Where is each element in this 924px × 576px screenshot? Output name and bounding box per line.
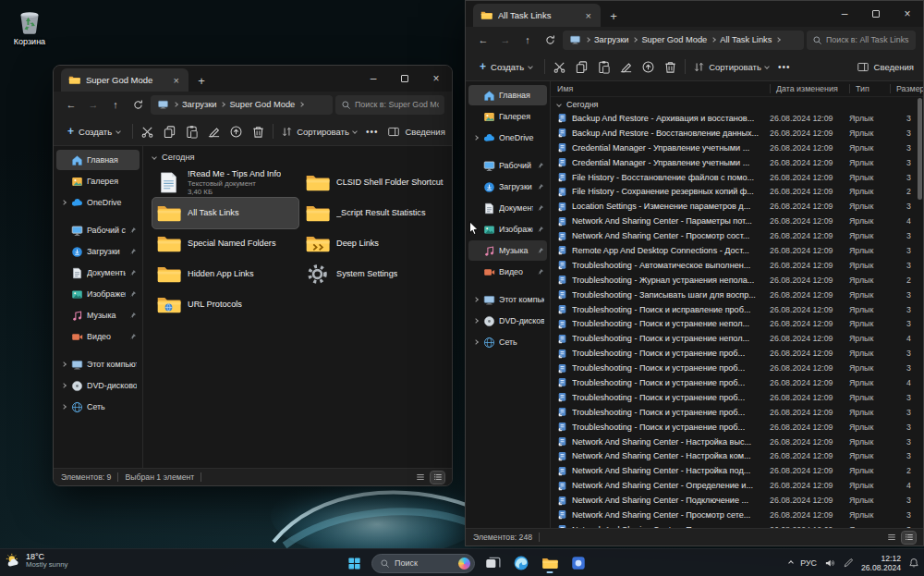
file-tile-7[interactable]: System Settings [301,259,447,289]
cut-button[interactable] [553,60,566,74]
sidebar-item-documents[interactable]: Документы [56,263,140,283]
rw-titlebar[interactable]: All Task Links × + –× [466,1,923,27]
cut-button[interactable] [140,125,154,139]
file-row[interactable]: Remote App And Desktop Connections - Дос… [551,243,923,258]
sidebar-item-pictures[interactable]: Изображения [468,219,547,239]
file-row[interactable]: Network And Sharing Center - Настройка в… [551,435,923,449]
lw-titlebar[interactable]: Super God Mode × + –× [54,66,452,92]
lw-breadcrumb[interactable]: ЗагрузкиSuper God Mode [151,95,333,115]
notifications-icon[interactable] [908,558,919,569]
rw-group-header[interactable]: Сегодня [551,97,923,111]
start-button[interactable] [343,552,365,574]
column-header-4[interactable]: Размер [890,84,923,93]
sidebar-item-network[interactable]: Сеть [468,332,547,352]
file-row[interactable]: Troubleshooting - Поиск и устранение неп… [551,316,923,331]
file-tile-8[interactable]: URL Protocols [152,289,298,320]
scrollbar-thumb[interactable] [918,98,922,200]
new-button[interactable]: + Создать [63,122,125,141]
file-row[interactable]: Backup And Restore - Архивация и восстан… [551,111,923,126]
sidebar-item-dvd[interactable]: DVD-дисковод (D:) [56,375,140,396]
file-row[interactable]: Troubleshooting - Поиск и устранение про… [551,390,923,405]
delete-button[interactable] [663,60,677,74]
new-button[interactable]: + Создать [475,57,537,76]
file-row[interactable]: Backup And Restore - Восстановление данн… [551,126,923,141]
more-options-button[interactable]: ••• [364,127,381,137]
file-row[interactable]: Troubleshooting - Автоматическое выполне… [551,258,923,273]
app-taskbar-button[interactable] [567,552,590,574]
column-header-2[interactable]: Дата изменения [770,84,849,93]
edge-taskbar-button[interactable] [510,552,532,574]
expand-chevron-icon[interactable] [473,339,479,345]
sidebar-item-pictures[interactable]: Изображения [56,284,140,304]
expand-chevron-icon[interactable] [473,135,479,141]
scrollbar[interactable] [918,98,922,526]
delete-button[interactable] [251,125,265,139]
pen-icon[interactable] [843,558,854,569]
more-options-button[interactable]: ••• [776,62,793,72]
forward-button[interactable]: → [495,30,516,50]
copy-button[interactable] [163,125,176,139]
sort-button[interactable]: Сортировать [693,61,769,73]
close-button[interactable]: × [420,66,452,92]
sidebar-item-downloads[interactable]: Загрузки [56,241,140,262]
breadcrumb-segment[interactable]: Загрузки [594,35,628,44]
back-button[interactable]: ← [473,30,493,50]
sidebar-item-downloads[interactable]: Загрузки [468,177,547,197]
file-tile-2[interactable]: All Task Links [152,198,298,228]
breadcrumb-segment[interactable]: Super God Mode [641,35,707,44]
expand-chevron-icon[interactable] [473,297,479,302]
sidebar-item-home[interactable]: Главная [56,150,140,170]
sidebar-item-onedrive[interactable]: OneDrive [468,128,547,148]
sidebar-item-onedrive[interactable]: OneDrive [56,192,140,213]
new-tab-button[interactable]: + [604,6,623,25]
file-row[interactable]: Network And Sharing Center - Настройка п… [551,463,923,478]
breadcrumb-segment[interactable]: Загрузки [182,100,216,109]
details-pane-button[interactable]: Сведения [387,126,444,138]
sidebar-item-videos[interactable]: Видео [56,326,140,347]
sort-button[interactable]: Сортировать [281,126,357,138]
sidebar-item-desktop[interactable]: Рабочий стол [468,155,547,176]
new-tab-button[interactable]: + [192,71,211,90]
expand-chevron-icon[interactable] [61,362,67,367]
file-row[interactable]: File History - Сохранение резервных копи… [551,184,923,199]
sidebar-item-videos[interactable]: Видео [468,262,547,282]
recycle-bin-shortcut[interactable]: Корзина [7,9,52,46]
column-header-1[interactable]: Имя [557,84,770,93]
rw-tab[interactable]: All Task Links × [473,4,601,27]
details-pane-button[interactable]: Сведения [857,61,914,73]
breadcrumb-segment[interactable]: Super God Mode [229,100,295,109]
file-row[interactable]: Troubleshooting - Поиск и устранение про… [551,361,923,375]
sidebar-item-gallery[interactable]: Галерея [56,171,140,191]
details-view-toggle[interactable] [431,472,444,484]
expand-chevron-icon[interactable] [61,200,67,205]
sidebar-item-network[interactable]: Сеть [56,397,140,417]
sidebar-item-home[interactable]: Главная [468,85,547,105]
file-row[interactable]: Troubleshooting - Поиск и устранение про… [551,346,923,361]
minimize-button[interactable]: – [358,66,389,92]
file-tile-4[interactable]: Special Named Folders [152,228,298,259]
list-view-toggle[interactable] [413,472,427,484]
file-row[interactable]: Network And Sharing Center - Определение… [551,478,923,493]
file-tile-5[interactable]: Deep Links [301,228,447,259]
close-button[interactable]: × [892,1,923,27]
file-row[interactable]: Credential Manager - Управление учетными… [551,141,923,155]
file-row[interactable]: Network And Sharing Center - Параметры п… [551,214,923,228]
file-tile-3[interactable]: _Script Result Statistics [301,198,447,228]
column-header-3[interactable]: Тип [849,84,890,93]
list-view-toggle[interactable] [884,532,898,544]
up-button[interactable]: ↑ [105,94,126,115]
lw-search-box[interactable]: Поиск в: Super God Mode [335,95,444,115]
up-button[interactable]: ↑ [517,30,538,50]
refresh-button[interactable] [128,94,148,115]
volume-icon[interactable] [824,558,835,569]
rename-button[interactable] [207,125,221,139]
file-row[interactable]: Network And Sharing Center - Подключение… [551,493,923,508]
file-row[interactable]: Troubleshooting - Записывать шаги для во… [551,288,923,302]
expand-chevron-icon[interactable] [61,404,67,410]
file-row[interactable]: Credential Manager - Управление учетными… [551,155,923,170]
refresh-button[interactable] [540,30,560,50]
file-row[interactable]: File History - Восстановление файлов с п… [551,170,923,185]
sidebar-item-computer[interactable]: Этот компьютер [468,289,547,310]
file-row[interactable]: Network And Sharing Center - Настройка к… [551,448,923,463]
sidebar-item-gallery[interactable]: Галерея [468,106,547,127]
